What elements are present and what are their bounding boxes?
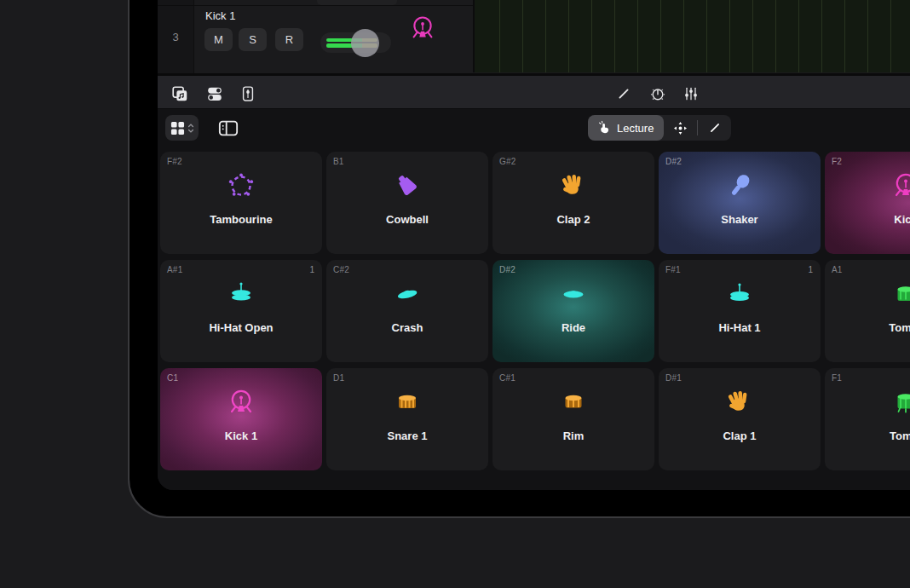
pad-note-label: F2	[832, 157, 842, 166]
pad-note-label: C#2	[333, 265, 349, 274]
previous-track-slider-edge	[317, 0, 397, 5]
pad-name-label: Snare 1	[326, 429, 488, 442]
rim-drum-icon	[492, 387, 654, 418]
pad-snare-1[interactable]: D1 Snare 1	[326, 368, 488, 470]
mixer-icon[interactable]	[682, 84, 700, 103]
solo-button[interactable]: S	[239, 28, 267, 51]
pad-name-label: Tom L	[825, 429, 910, 442]
kick-drum-icon	[825, 170, 910, 201]
pad-name-label: Kick 1	[160, 429, 322, 442]
pad-kick-1[interactable]: C1 Kick 1	[160, 368, 322, 470]
pad-tom-low[interactable]: F1 Tom L	[825, 368, 910, 470]
volume-slider[interactable]	[320, 32, 391, 53]
track-name: Kick 1	[205, 9, 235, 22]
grid-view-selector[interactable]	[165, 115, 199, 141]
app-screen: 3 Kick 1 M S R	[158, 0, 910, 490]
pad-name-label: Ride	[492, 321, 654, 334]
pad-cowbell[interactable]: B1 Cowbell	[326, 152, 488, 254]
pad-badge: 1	[808, 265, 813, 274]
hihat-icon	[659, 279, 821, 309]
pad-tambourine[interactable]: F#2 Tambourine	[160, 152, 322, 254]
pad-name-label: Clap 2	[492, 213, 654, 226]
pad-note-label: F1	[832, 373, 842, 383]
pad-clap-2[interactable]: G#2 Clap 2	[492, 152, 654, 254]
pad-note-label: D#2	[499, 265, 515, 274]
pad-name-label: Clap 1	[659, 429, 821, 442]
hihat-icon	[160, 279, 322, 309]
pad-hihat-1[interactable]: F#1 1 Hi-Hat 1	[659, 260, 821, 362]
pad-clap-1[interactable]: D#1 Clap 1	[659, 368, 821, 470]
track-row-divider	[158, 5, 473, 6]
pad-note-label: D#1	[665, 373, 682, 383]
track-row: 3 Kick 1 M S R	[158, 0, 910, 73]
pad-name-label: Rim	[492, 429, 654, 442]
pad-name-label: Kick	[825, 213, 910, 226]
tambourine-icon	[160, 170, 322, 201]
floor-tom-icon	[825, 387, 910, 418]
move-mode-button[interactable]	[664, 115, 697, 141]
loop-browser-icon[interactable]	[170, 84, 189, 103]
pad-note-label: A#1	[167, 265, 182, 274]
edit-mode-button[interactable]	[698, 115, 731, 141]
fader-icon[interactable]	[239, 84, 257, 103]
screenshot-stage: 3 Kick 1 M S R	[0, 0, 910, 588]
pad-kick-2[interactable]: F2 Kick	[825, 152, 910, 254]
pad-ride[interactable]: D#2 Ride	[492, 260, 654, 362]
pad-name-label: Hi-Hat 1	[659, 321, 821, 334]
pad-badge: 1	[309, 265, 314, 274]
record-enable-button[interactable]: R	[275, 28, 303, 51]
pad-note-label: D1	[333, 373, 344, 383]
pad-note-label: B1	[333, 157, 344, 166]
tom-icon	[825, 279, 910, 309]
pad-name-label: Shaker	[659, 213, 821, 226]
chevron-up-down-icon	[187, 122, 194, 135]
tap-hand-icon	[596, 120, 612, 136]
ride-icon	[492, 279, 654, 309]
pad-note-label: F#2	[167, 157, 182, 166]
pad-note-label: C1	[167, 373, 178, 383]
pad-name-label: Cowbell	[326, 213, 488, 226]
clap-icon	[492, 170, 654, 201]
cowbell-icon	[326, 170, 488, 201]
main-toolbar	[158, 73, 910, 109]
pencil-icon[interactable]	[614, 84, 633, 103]
play-mode-label: Lecture	[617, 122, 654, 135]
drum-pads-panel: Lecture F#2	[158, 109, 910, 490]
pad-shaker[interactable]: D#2 Shaker	[659, 152, 821, 254]
clap-icon	[659, 387, 821, 418]
pad-crash[interactable]: C#2 Crash	[326, 260, 488, 362]
pad-hihat-open[interactable]: A#1 1 Hi-Hat Open	[160, 260, 322, 362]
mode-segmented-control: Lecture	[588, 115, 731, 141]
pad-name-label: Crash	[326, 321, 488, 334]
sidebar-icon[interactable]	[218, 118, 239, 137]
pad-note-label: C#1	[499, 373, 515, 383]
pencil-icon	[707, 120, 723, 135]
snare-icon	[326, 387, 488, 418]
mute-button[interactable]: M	[204, 28, 233, 51]
move-icon	[672, 120, 688, 136]
shaker-icon	[659, 170, 821, 201]
track-number[interactable]: 3	[158, 0, 194, 73]
pad-rim[interactable]: C#1 Rim	[492, 368, 654, 470]
metronome-icon[interactable]	[648, 84, 667, 103]
pad-note-label: F#1	[665, 265, 681, 274]
pad-name-label: Tambourine	[160, 213, 322, 226]
pad-note-label: G#2	[499, 157, 516, 166]
pad-note-label: D#2	[665, 157, 682, 166]
kick-drum-icon[interactable]	[408, 14, 437, 46]
volume-knob[interactable]	[351, 29, 379, 57]
timeline-grid[interactable]	[473, 0, 910, 72]
play-mode-button[interactable]: Lecture	[588, 115, 664, 141]
crash-icon	[326, 279, 488, 309]
kick-drum-icon	[160, 387, 322, 418]
pad-name-label: Tom H	[825, 321, 910, 334]
toggles-icon[interactable]	[205, 84, 224, 103]
pad-tom-high[interactable]: A1 Tom H	[825, 260, 910, 362]
pad-note-label: A1	[832, 265, 843, 274]
pad-name-label: Hi-Hat Open	[160, 321, 322, 334]
